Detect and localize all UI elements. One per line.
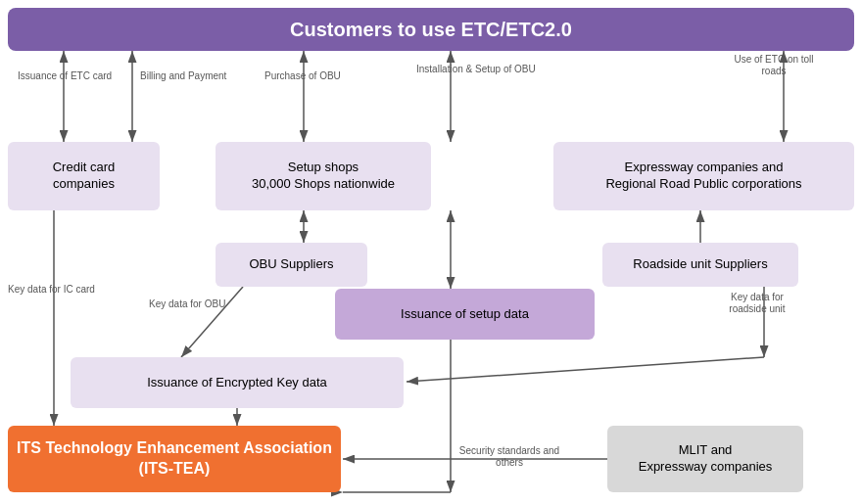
- box-mlit: MLIT andExpressway companies: [607, 426, 803, 492]
- box-obu-suppliers: OBU Suppliers: [216, 243, 367, 287]
- obu-text: OBU Suppliers: [250, 256, 334, 273]
- box-roadside-suppliers: Roadside unit Suppliers: [602, 243, 798, 287]
- box-expressway: Expressway companies andRegional Road Pu…: [553, 142, 854, 210]
- its-text: ITS Technology Enhancement Association(I…: [17, 438, 332, 480]
- roadside-text: Roadside unit Suppliers: [633, 256, 767, 273]
- mlit-text: MLIT andExpressway companies: [639, 442, 773, 476]
- label-key-data-ic: Key data for IC card: [8, 284, 95, 296]
- label-issuance-etc-card: Issuance of ETC card: [18, 70, 112, 82]
- top-banner: Customers to use ETC/ETC2.0: [8, 8, 854, 51]
- setup-shops-text: Setup shops30,000 Shops nationwide: [252, 160, 395, 193]
- top-banner-text: Customers to use ETC/ETC2.0: [290, 19, 572, 41]
- box-issuance-encrypted: Issuance of Encrypted Key data: [71, 357, 404, 408]
- label-billing-payment: Billing and Payment: [140, 70, 226, 82]
- svg-line-19: [407, 357, 764, 382]
- label-key-data-roadside: Key data for roadside unit: [713, 292, 801, 315]
- issuance-setup-text: Issuance of setup data: [401, 306, 529, 323]
- label-security-standards: Security standards and others: [455, 445, 563, 469]
- issuance-encrypted-text: Issuance of Encrypted Key data: [147, 375, 327, 391]
- box-issuance-setup: Issuance of setup data: [335, 289, 595, 340]
- box-credit-card: Credit cardcompanies: [8, 142, 160, 210]
- box-setup-shops: Setup shops30,000 Shops nationwide: [216, 142, 431, 210]
- label-installation-setup: Installation & Setup of OBU: [416, 64, 536, 75]
- credit-card-text: Credit cardcompanies: [53, 160, 116, 193]
- box-its: ITS Technology Enhancement Association(I…: [8, 426, 341, 492]
- svg-line-9: [181, 287, 243, 357]
- expressway-text: Expressway companies andRegional Road Pu…: [605, 160, 801, 193]
- label-key-data-obu: Key data for OBU: [149, 298, 225, 310]
- label-purchase-obu: Purchase of OBU: [264, 70, 341, 82]
- label-use-etc: Use of ETC on toll roads: [730, 54, 818, 77]
- diagram: Customers to use ETC/ETC2.0: [0, 0, 862, 504]
